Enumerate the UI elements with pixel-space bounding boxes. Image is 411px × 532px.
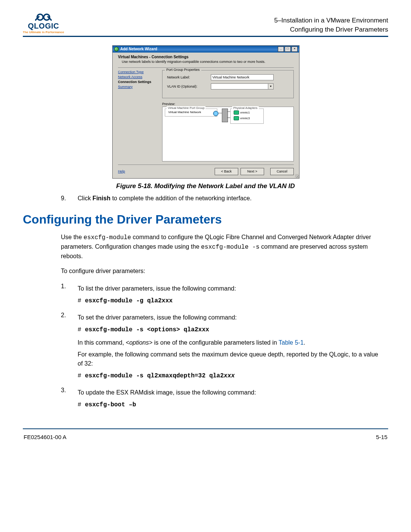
brand-logo: QLOGIC The Ultimate in Performance [23,12,64,34]
network-label-label: Network Label: [167,75,211,79]
step-9-number: 9. [61,194,69,203]
resize-grip-icon [295,174,299,178]
step-1-body: To list the driver parameters, issue the… [78,282,388,309]
brand-tagline: The Ultimate in Performance [23,30,64,34]
nav-network-access[interactable]: Network Access [118,75,159,79]
step-3-number: 3. [61,386,69,413]
window-titlebar: Add Network Wizard _ □ × [113,46,299,53]
vlan-id-input[interactable] [211,83,268,89]
section-title: Configuring the Driver Parameters [23,212,388,227]
step-1-number: 1. [61,282,69,309]
wizard-step-title: Virtual Machines - Connection Settings [118,55,294,59]
step-2-body: To set the driver parameters, issue the … [78,311,388,384]
vlan-id-label: VLAN ID (Optional): [167,85,211,88]
footer-rule [23,428,388,429]
minimize-button[interactable]: _ [278,46,284,52]
page-header: QLOGIC The Ultimate in Performance 5–Ins… [23,12,388,34]
nav-summary[interactable]: Summary [118,85,159,89]
page-number: 5-15 [376,434,387,440]
brand-name: QLOGIC [28,22,59,30]
header-chapter: 5–Installation in a VMware Environment C… [274,12,388,34]
step-3-body: To update the ESX RAMdisk image, issue t… [78,386,388,413]
help-link[interactable]: Help [118,169,125,173]
app-icon [114,47,119,51]
page-footer: FE0254601-00 A 5-15 [23,432,388,440]
wizard-step-description: Use network labels to identify migration… [118,60,294,64]
step-2-number: 2. [61,311,69,384]
section-intro: Use the esxcfg-module command to configu… [61,233,388,276]
preview-connectors [162,107,293,161]
port-group-legend: Port Group Properties [165,68,201,72]
table-5-1-link[interactable]: Table 5-1 [279,339,304,346]
figure-wizard: Add Network Wizard _ □ × Virtual Machine… [112,45,299,179]
vlan-id-dropdown-button[interactable]: ▼ [268,83,274,89]
nav-connection-settings: Connection Settings [118,80,159,84]
cancel-button[interactable]: Cancel [270,168,294,175]
figure-caption: Figure 5-18. Modifying the Network Label… [23,182,388,190]
next-button[interactable]: Next > [241,168,264,175]
maximize-button[interactable]: □ [285,46,291,52]
doc-id: FE0254601-00 A [24,434,67,440]
preview-label: Preview: [162,102,294,106]
window-title: Add Network Wizard [120,47,157,51]
back-button[interactable]: < Back [215,168,238,175]
preview-panel: Virtual Machine Port Group Virtual Machi… [162,107,294,161]
header-line1: 5–Installation in a VMware Environment [274,16,388,25]
qlogic-glyph-icon [35,12,52,22]
close-button[interactable]: × [292,46,298,52]
nav-connection-type[interactable]: Connection Type [118,70,159,74]
header-rule [23,36,388,37]
wizard-nav: Connection Type Network Access Connectio… [118,70,162,161]
network-label-input[interactable] [211,74,274,80]
port-group-properties: Port Group Properties Network Label: VLA… [162,70,294,98]
header-line2: Configuring the Driver Parameters [274,25,388,34]
step-9-text: Click Finish to complete the addition of… [78,194,388,203]
